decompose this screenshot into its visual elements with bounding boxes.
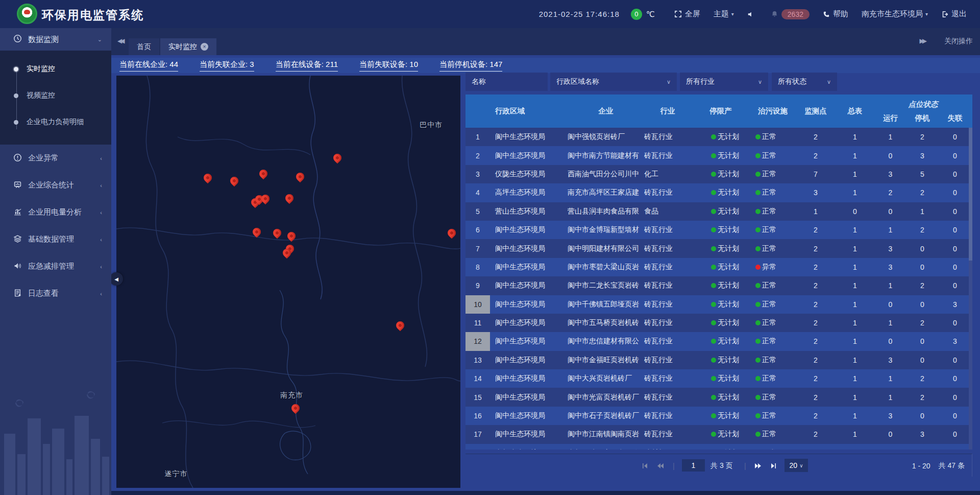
table-row[interactable]: 3仪陇生态环境局西南油气田分公司川中化工无计划正常71350 xyxy=(465,165,972,183)
scrollbar-thumb[interactable] xyxy=(969,128,972,261)
prev-page-button[interactable] xyxy=(656,454,665,477)
industry-filter-select[interactable]: 所有行业 ∨ xyxy=(680,73,768,91)
table-row[interactable]: 2阆中生态环境局阆中市南方节能建材有砖瓦行业无计划正常21030 xyxy=(465,146,972,164)
table-row[interactable]: 12阆中生态环境局阆中市忠信建材有限公砖瓦行业无计划正常21003 xyxy=(465,332,972,350)
region-filter-select[interactable]: 行政区域名称 ∨ xyxy=(550,73,677,91)
cell-company: 阆中市江南镇阆南页岩 xyxy=(568,425,644,443)
table-row[interactable]: 15阆中生态环境局阆中市光富页岩机砖厂砖瓦行业无计划正常21120 xyxy=(465,388,972,406)
theme-button[interactable]: 主题 ▾ xyxy=(714,9,734,19)
table-row[interactable]: 17阆中生态环境局阆中市江南镇阆南页岩砖瓦行业无计划正常21030 xyxy=(465,425,972,443)
sidebar-item-realtime-monitor[interactable]: 实时监控 xyxy=(0,56,111,82)
sidebar-item-power-load-detail[interactable]: 企业电力负荷明细 xyxy=(0,109,111,135)
cell-facility-status: 正常 xyxy=(750,351,795,369)
map-marker-16[interactable] xyxy=(396,321,404,329)
map-marker-12[interactable] xyxy=(287,232,296,240)
notification-button[interactable]: 2632 xyxy=(771,9,810,19)
first-page-button[interactable] xyxy=(641,454,648,477)
status-dot-icon xyxy=(711,209,716,214)
fullscreen-button[interactable]: 全屏 xyxy=(674,9,700,19)
cell-company: 阆中市枣碧大梁山页岩 xyxy=(568,258,644,276)
sidebar-item-base-data[interactable]: 基础数据管理‹ xyxy=(0,226,111,253)
page-size-select[interactable]: 20 ∨ xyxy=(785,459,808,472)
cell-total-meters: 1 xyxy=(836,146,874,164)
table-row[interactable]: 11阆中生态环境局阆中市五马桥页岩机砖砖瓦行业无计划正常21120 xyxy=(465,314,972,332)
table-row[interactable]: 6阆中生态环境局阆中市金博瑞新型墙材砖瓦行业无计划正常21120 xyxy=(465,221,972,239)
tab-实时监控[interactable]: 实时监控× xyxy=(160,38,216,55)
col-header-points: 监测点 xyxy=(795,95,836,128)
map-pin-icon xyxy=(295,171,306,182)
map-collapse-handle[interactable]: ◀ xyxy=(110,272,123,286)
map-marker-2[interactable] xyxy=(230,177,238,185)
next-page-button[interactable] xyxy=(754,454,762,477)
cell-facility-status: 正常 xyxy=(750,221,795,239)
map-pin-icon xyxy=(260,193,272,205)
chevron-down-icon: ∨ xyxy=(667,79,671,85)
table-row[interactable]: 13阆中生态环境局阆中市金福旺页岩机砖砖瓦行业无计划正常21300 xyxy=(465,351,972,369)
page-size-value: 20 xyxy=(790,461,798,469)
cell-total-meters: 1 xyxy=(836,444,874,450)
table-scrollbar[interactable] xyxy=(969,128,972,450)
table-row[interactable]: 8阆中生态环境局阆中市枣碧大梁山页岩砖瓦行业无计划异常21300 xyxy=(465,258,972,276)
sidebar-item-data-monitor[interactable]: 数据监测⌄ xyxy=(0,28,111,51)
stat-lost-enterprises: 当前失联企业: 3 xyxy=(200,60,254,72)
tab-首页[interactable]: 首页 xyxy=(129,38,159,55)
sidebar-item-enterprise-abnormal[interactable]: 企业异常‹ xyxy=(0,145,111,172)
map-marker-5[interactable] xyxy=(333,154,341,162)
tab-close-icon[interactable]: × xyxy=(201,43,208,51)
sidebar-item-video-monitor[interactable]: 视频监控 xyxy=(0,82,111,109)
table-row[interactable]: 18南部生态环境局南部县砖化上河有限公建材加工无计划正常21030 xyxy=(465,444,972,450)
cell-industry: 食品 xyxy=(644,202,691,221)
cell-facility-status: 正常 xyxy=(750,444,795,450)
map-marker-15[interactable] xyxy=(448,229,456,237)
cell-running: 1 xyxy=(874,369,907,388)
status-filter-select[interactable]: 所有状态 ∨ xyxy=(772,73,837,91)
cell-monitor-points: 2 xyxy=(795,444,836,450)
map-marker-8[interactable] xyxy=(261,195,270,203)
help-button[interactable]: 帮助 xyxy=(823,9,848,19)
map-marker-11[interactable] xyxy=(273,229,281,237)
map-pin-icon xyxy=(281,247,293,259)
table-row[interactable]: 1阆中生态环境局阆中强锐页岩砖厂砖瓦行业无计划正常21120 xyxy=(465,128,972,146)
map-marker-3[interactable] xyxy=(259,170,267,178)
map-marker-17[interactable] xyxy=(291,404,300,412)
cell-index: 14 xyxy=(465,369,490,388)
sidebar-item-enterprise-stats[interactable]: 企业综合统计‹ xyxy=(0,172,111,199)
name-filter-input[interactable]: 名称 xyxy=(465,73,548,91)
table-row[interactable]: 16阆中生态环境局阆中市石子页岩机砖厂砖瓦行业无计划正常21300 xyxy=(465,407,972,425)
table-row[interactable]: 10阆中生态环境局阆中千佛镇五郎垭页岩砖瓦行业无计划正常21003 xyxy=(465,295,972,314)
last-page-button[interactable] xyxy=(770,454,777,477)
close-operations-button[interactable]: 关闭操作 xyxy=(944,37,973,46)
table-row[interactable]: 7阆中生态环境局阆中明阳建材有限公司砖瓦行业无计划正常21300 xyxy=(465,239,972,257)
table-row[interactable]: 4高坪生态环境局南充市高坪区王家店建砖瓦行业无计划正常31220 xyxy=(465,183,972,202)
sidebar-item-emergency-reduce[interactable]: 应急减排管理‹ xyxy=(0,253,111,280)
table-row[interactable]: 9阆中生态环境局阆中市二龙长宝页岩砖砖瓦行业无计划正常21120 xyxy=(465,276,972,295)
tabs-scroll-left-icon[interactable]: ◀◀ xyxy=(117,37,122,44)
cell-lost: 0 xyxy=(938,146,972,164)
page-number-input[interactable] xyxy=(682,459,705,472)
map-marker-9[interactable] xyxy=(285,194,293,202)
sidebar-item-power-analysis[interactable]: 企业用电量分析‹ xyxy=(0,199,111,226)
table-row[interactable]: 5营山生态环境局营山县润丰肉食品有限食品无计划正常10010 xyxy=(465,202,972,221)
map-panel[interactable]: 巴中市南充市遂宁市 ◀ xyxy=(116,76,460,488)
sidebar-item-label: 应急减排管理 xyxy=(28,262,74,271)
logout-button[interactable]: 退出 xyxy=(941,9,967,19)
status-dot-icon xyxy=(711,283,716,288)
app-logo-icon xyxy=(17,4,37,24)
sound-button[interactable] xyxy=(747,11,757,18)
map-marker-1[interactable] xyxy=(204,174,212,182)
map-marker-4[interactable] xyxy=(296,173,304,181)
cell-stopped: 0 xyxy=(907,332,938,350)
table-row[interactable]: 14阆中生态环境局阆中大兴页岩机砖厂砖瓦行业无计划正常21120 xyxy=(465,369,972,388)
cell-plan: 无计划 xyxy=(691,221,750,239)
cell-industry: 砖瓦行业 xyxy=(644,258,691,276)
org-dropdown[interactable]: 南充市生态环境局 ▾ xyxy=(862,9,928,19)
tabs-scroll-right-icon[interactable]: ▶▶ xyxy=(920,37,925,44)
map-marker-14[interactable] xyxy=(283,249,291,257)
cell-plan: 无计划 xyxy=(691,444,750,450)
cell-industry: 砖瓦行业 xyxy=(644,314,691,332)
sidebar-item-log-view[interactable]: 日志查看‹ xyxy=(0,280,111,307)
cell-stopped: 2 xyxy=(907,314,938,332)
org-name: 南充市生态环境局 xyxy=(862,9,923,19)
cell-company: 阆中市石子页岩机砖厂 xyxy=(568,407,644,425)
map-marker-10[interactable] xyxy=(253,228,261,236)
